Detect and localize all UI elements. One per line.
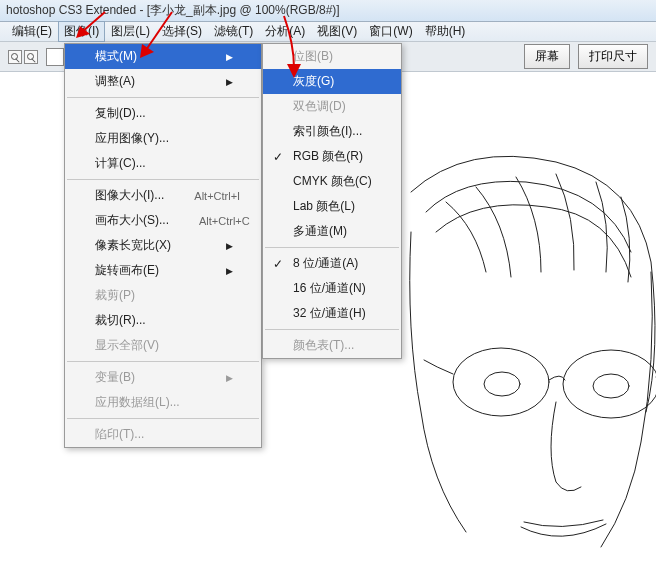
chevron-right-icon: ▶ bbox=[226, 241, 233, 251]
mode-cmyk[interactable]: CMYK 颜色(C) bbox=[263, 169, 401, 194]
document-artwork bbox=[406, 152, 656, 572]
mode-duotone: 双色调(D) bbox=[263, 94, 401, 119]
zoom-in-icon[interactable] bbox=[8, 50, 22, 64]
chevron-right-icon: ▶ bbox=[226, 77, 233, 87]
mode-grayscale[interactable]: 灰度(G) bbox=[263, 69, 401, 94]
menu-duplicate[interactable]: 复制(D)... bbox=[65, 101, 261, 126]
menu-separator bbox=[67, 418, 259, 419]
menu-rotate-canvas[interactable]: 旋转画布(E) ▶ bbox=[65, 258, 261, 283]
image-dropdown: 模式(M) ▶ 调整(A) ▶ 复制(D)... 应用图像(Y)... 计算(C… bbox=[64, 43, 262, 448]
menu-edit[interactable]: 编辑(E) bbox=[6, 21, 58, 42]
mode-color-table: 颜色表(T)... bbox=[263, 333, 401, 358]
check-icon: ✓ bbox=[273, 150, 283, 164]
menu-separator bbox=[67, 97, 259, 98]
menu-select[interactable]: 选择(S) bbox=[156, 21, 208, 42]
menu-help[interactable]: 帮助(H) bbox=[419, 21, 472, 42]
menu-canvas-size[interactable]: 画布大小(S)... Alt+Ctrl+C bbox=[65, 208, 261, 233]
mode-rgb[interactable]: ✓ RGB 颜色(R) bbox=[263, 144, 401, 169]
svg-point-3 bbox=[593, 374, 629, 398]
menu-calculations[interactable]: 计算(C)... bbox=[65, 151, 261, 176]
menu-view[interactable]: 视图(V) bbox=[311, 21, 363, 42]
svg-point-2 bbox=[484, 372, 520, 396]
menu-filter[interactable]: 滤镜(T) bbox=[208, 21, 259, 42]
menu-pixel-aspect[interactable]: 像素长宽比(X) ▶ bbox=[65, 233, 261, 258]
menu-image[interactable]: 图像(I) bbox=[58, 21, 105, 42]
svg-point-0 bbox=[453, 348, 549, 416]
window-title: hotoshop CS3 Extended - [李小龙_副本.jpg @ 10… bbox=[6, 2, 340, 19]
menu-trim[interactable]: 裁切(R)... bbox=[65, 308, 261, 333]
shortcut-label: Alt+Ctrl+I bbox=[194, 190, 240, 202]
menu-adjustments-label: 调整(A) bbox=[95, 73, 135, 90]
mode-32bit[interactable]: 32 位/通道(H) bbox=[263, 301, 401, 326]
mode-submenu: 位图(B) 灰度(G) 双色调(D) 索引颜色(I)... ✓ RGB 颜色(R… bbox=[262, 43, 402, 359]
mode-bitmap: 位图(B) bbox=[263, 44, 401, 69]
print-size-button[interactable]: 打印尺寸 bbox=[578, 44, 648, 69]
mode-multichannel[interactable]: 多通道(M) bbox=[263, 219, 401, 244]
menu-separator bbox=[265, 247, 399, 248]
menu-crop: 裁剪(P) bbox=[65, 283, 261, 308]
mode-16bit[interactable]: 16 位/通道(N) bbox=[263, 276, 401, 301]
check-icon: ✓ bbox=[273, 257, 283, 271]
menu-separator bbox=[67, 179, 259, 180]
menu-analysis[interactable]: 分析(A) bbox=[259, 21, 311, 42]
toolbar-preset-box[interactable] bbox=[46, 48, 64, 66]
menu-mode-label: 模式(M) bbox=[95, 48, 137, 65]
mode-lab[interactable]: Lab 颜色(L) bbox=[263, 194, 401, 219]
chevron-right-icon: ▶ bbox=[226, 373, 233, 383]
menu-separator bbox=[67, 361, 259, 362]
menu-trap: 陷印(T)... bbox=[65, 422, 261, 447]
menubar: 编辑(E) 图像(I) 图层(L) 选择(S) 滤镜(T) 分析(A) 视图(V… bbox=[0, 22, 656, 42]
chevron-right-icon: ▶ bbox=[226, 266, 233, 276]
menu-window[interactable]: 窗口(W) bbox=[363, 21, 418, 42]
menu-apply-data-sets: 应用数据组(L)... bbox=[65, 390, 261, 415]
menu-apply-image[interactable]: 应用图像(Y)... bbox=[65, 126, 261, 151]
menu-reveal-all: 显示全部(V) bbox=[65, 333, 261, 358]
menu-adjustments[interactable]: 调整(A) ▶ bbox=[65, 69, 261, 94]
svg-point-1 bbox=[563, 350, 656, 418]
menu-layer[interactable]: 图层(L) bbox=[105, 21, 156, 42]
menu-image-size[interactable]: 图像大小(I)... Alt+Ctrl+I bbox=[65, 183, 261, 208]
window-titlebar: hotoshop CS3 Extended - [李小龙_副本.jpg @ 10… bbox=[0, 0, 656, 22]
mode-indexed[interactable]: 索引颜色(I)... bbox=[263, 119, 401, 144]
menu-variables: 变量(B) ▶ bbox=[65, 365, 261, 390]
zoom-tool-icons bbox=[8, 50, 38, 64]
shortcut-label: Alt+Ctrl+C bbox=[199, 215, 250, 227]
chevron-right-icon: ▶ bbox=[226, 52, 233, 62]
zoom-out-icon[interactable] bbox=[24, 50, 38, 64]
menu-mode[interactable]: 模式(M) ▶ bbox=[65, 44, 261, 69]
screen-size-button[interactable]: 屏幕 bbox=[524, 44, 570, 69]
mode-8bit[interactable]: ✓ 8 位/通道(A) bbox=[263, 251, 401, 276]
menu-separator bbox=[265, 329, 399, 330]
